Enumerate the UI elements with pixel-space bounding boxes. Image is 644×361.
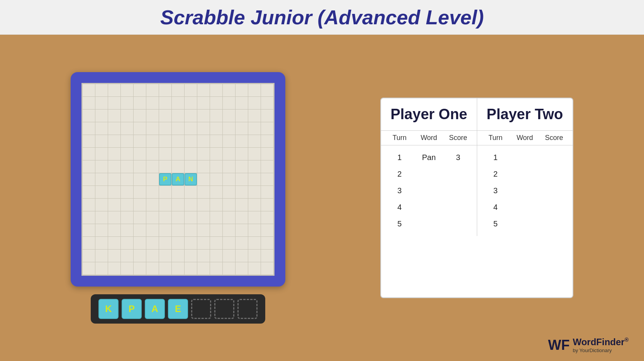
- score-row-2: 2: [477, 166, 573, 182]
- grid-cell: [223, 224, 235, 236]
- grid-cell: [95, 110, 108, 122]
- grid-cell: [95, 237, 108, 249]
- player-one-name: Player One: [385, 106, 473, 123]
- grid-cell: [146, 199, 159, 211]
- grid-cell: [236, 237, 248, 249]
- grid-cell: [261, 211, 273, 224]
- grid-cell: [248, 237, 261, 249]
- grid-cell: [134, 224, 146, 236]
- grid-cell: [83, 122, 95, 135]
- grid-cell: [134, 211, 146, 224]
- grid-cell: [83, 250, 95, 262]
- grid-cell: [83, 160, 95, 173]
- grid-cell: [172, 262, 184, 275]
- grid-cell: [172, 160, 184, 173]
- rack-tile-A[interactable]: A: [145, 299, 165, 319]
- grid-cell: [197, 211, 210, 224]
- logo: WF WordFinder® by YourDictionary: [548, 337, 629, 353]
- grid-cell: [210, 224, 222, 236]
- grid-cell: [248, 122, 261, 135]
- grid-cell: [223, 199, 235, 211]
- rack-tile-empty: [191, 299, 211, 319]
- grid-cell: [108, 224, 120, 236]
- board-grid: PAN: [81, 83, 275, 276]
- grid-cell: [172, 250, 184, 262]
- grid-cell: [223, 250, 235, 262]
- grid-cell: [185, 186, 197, 198]
- grid-cell: [172, 110, 184, 122]
- grid-cell: [83, 199, 95, 211]
- grid-cell: [236, 110, 248, 122]
- grid-cell: [172, 224, 184, 236]
- grid-cell: [172, 211, 184, 224]
- grid-cell: [159, 135, 171, 147]
- grid-cell: [236, 211, 248, 224]
- grid-cell: [210, 148, 222, 160]
- grid-cell: [223, 160, 235, 173]
- grid-cell: [95, 186, 108, 198]
- grid-cell: [185, 160, 197, 173]
- grid-cell: [172, 135, 184, 147]
- score-turn: 1: [481, 153, 510, 162]
- grid-cell: [261, 160, 273, 173]
- grid-cell: [172, 199, 184, 211]
- grid-cell: [197, 160, 210, 173]
- grid-cell: [248, 262, 261, 275]
- grid-cell: [108, 110, 120, 122]
- grid-cell: [210, 160, 222, 173]
- grid-cell: [121, 160, 133, 173]
- grid-cell: [134, 173, 146, 186]
- grid-cell: [146, 160, 159, 173]
- grid-cell: [172, 148, 184, 160]
- grid-cell: [197, 148, 210, 160]
- grid-cell: [159, 97, 171, 109]
- grid-cell: [134, 262, 146, 275]
- grid-cell: [121, 199, 133, 211]
- grid-cell: [261, 237, 273, 249]
- grid-cell: [210, 173, 222, 186]
- grid-cell: [261, 262, 273, 275]
- grid-cell: [146, 148, 159, 160]
- grid-cell: [261, 97, 273, 109]
- grid-cell: [146, 250, 159, 262]
- grid-cell: [146, 237, 159, 249]
- score-row-1: 1: [477, 149, 573, 166]
- grid-cell: [185, 148, 197, 160]
- grid-cell: [95, 262, 108, 275]
- grid-cell: [248, 84, 261, 96]
- score-turn: 5: [385, 219, 414, 228]
- grid-cell: [210, 186, 222, 198]
- grid-cell: [223, 97, 235, 109]
- grid-cell: [223, 262, 235, 275]
- rack-tile-empty: [237, 299, 258, 319]
- grid-cell: [121, 186, 133, 198]
- grid-cell: [236, 224, 248, 236]
- grid-cell: [223, 135, 235, 147]
- grid-cell: [159, 122, 171, 135]
- grid-cell: [261, 110, 273, 122]
- grid-cell: [159, 160, 171, 173]
- score-row-3: 3: [381, 182, 477, 199]
- grid-cell: [197, 224, 210, 236]
- rack-tile-E[interactable]: E: [168, 299, 188, 319]
- grid-cell: [210, 211, 222, 224]
- grid-cell: [197, 237, 210, 249]
- grid-cell: [83, 148, 95, 160]
- grid-cell: [185, 211, 197, 224]
- grid-cell: [134, 250, 146, 262]
- score-word: Pan: [414, 153, 444, 162]
- score-turn: 2: [385, 170, 414, 179]
- grid-cell: [134, 135, 146, 147]
- grid-cell: [121, 122, 133, 135]
- grid-cell: [146, 135, 159, 147]
- player-two-name: Player Two: [481, 106, 569, 123]
- grid-cell: [159, 224, 171, 236]
- grid-cell: [223, 84, 235, 96]
- grid-cell: [248, 173, 261, 186]
- rack-tile-P[interactable]: P: [122, 299, 142, 319]
- grid-cell: [146, 262, 159, 275]
- grid-cell: [134, 97, 146, 109]
- grid-cell: [108, 122, 120, 135]
- rack-tile-K[interactable]: K: [98, 299, 119, 319]
- grid-cell: [121, 84, 133, 96]
